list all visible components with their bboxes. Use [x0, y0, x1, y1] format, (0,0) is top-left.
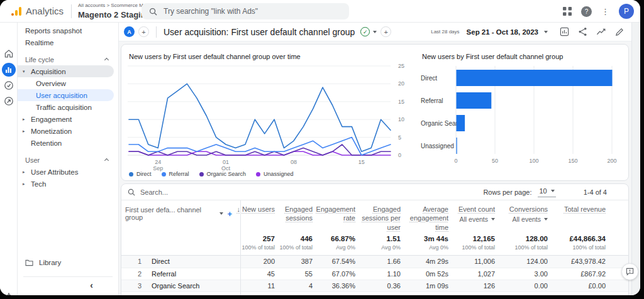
sort-column-conversions[interactable]: Conversions — [509, 205, 548, 214]
sort-column-engaged-sessions-per-user[interactable]: Engaged sessions per user — [355, 205, 401, 232]
svg-text:5: 5 — [398, 134, 401, 141]
sidebar-item-library[interactable]: Library — [18, 256, 118, 269]
chevron-collapsed-icon: ▸ — [23, 182, 31, 187]
totals-cell-engaged-sessions: 446100% of total — [275, 235, 313, 251]
rows-per-page-select[interactable]: 10 — [538, 187, 555, 197]
cell-event-count: 1,027 — [448, 270, 495, 278]
table-toolbar: Search... Rows per page: 10 1-4 of 4 — [121, 184, 628, 200]
reports-icon[interactable] — [2, 63, 16, 77]
sidebar-item-monetization[interactable]: ▸Monetization — [18, 125, 118, 137]
add-dimension-button[interactable]: + — [227, 209, 232, 219]
line-chart-title: New users by First user default channel … — [129, 53, 301, 60]
sidebar-item-acquisition[interactable]: ▾Acquisition — [18, 65, 114, 77]
sidebar-item-tech[interactable]: ▸Tech — [18, 178, 118, 190]
advertising-icon[interactable] — [4, 96, 14, 106]
cell-average-engagement-time: 0m 52s — [401, 270, 448, 278]
segment-chip-all-users[interactable]: A — [124, 26, 135, 37]
divider — [156, 26, 157, 38]
cell-total-revenue: £20.00 — [548, 294, 606, 295]
avatar[interactable]: P — [619, 4, 634, 19]
chevron-down-icon — [544, 218, 548, 220]
svg-text:15: 15 — [358, 159, 365, 165]
report-main: A + User acquisition: First user default… — [119, 23, 631, 295]
property-name: Magento 2 Staging — [78, 10, 151, 19]
svg-text:15: 15 — [398, 99, 404, 105]
metric-filter-event-count[interactable]: All events — [459, 215, 495, 223]
chevron-collapsed-icon: ▸ — [23, 117, 31, 122]
legend-dot-icon — [199, 172, 204, 177]
dimension-column-header[interactable]: First user defa... channel group+ — [125, 205, 240, 221]
line-chart: 051015202524Sep01Oct0815 — [126, 61, 411, 173]
insights-icon[interactable] — [596, 27, 606, 36]
sidebar-item-reports-snapshot[interactable]: Reports snapshot — [18, 24, 118, 36]
home-icon[interactable] — [4, 49, 13, 58]
explore-icon[interactable] — [4, 80, 14, 90]
svg-text:Unassigned: Unassigned — [421, 143, 454, 150]
totals-cell-new-users: 257100% of total — [240, 235, 275, 251]
legend-item-referral: Referral — [162, 171, 189, 177]
sidebar-section-life-cycle[interactable]: Life cycle — [18, 53, 118, 65]
analytics-logo-icon[interactable] — [11, 7, 21, 16]
column-header-average-engagement-time: Average engagement time — [401, 205, 448, 232]
cell-engaged-sessions: 387 — [275, 258, 313, 265]
chevron-down-icon[interactable] — [373, 31, 377, 33]
sidebar-item-engagement[interactable]: ▸Engagement — [18, 113, 118, 125]
chevron-expanded-icon: ▾ — [23, 69, 31, 74]
sidebar-item-traffic-acquisition[interactable]: Traffic acquisition — [18, 101, 118, 113]
column-divider — [240, 200, 241, 295]
sidebar-item-retention[interactable]: Retention — [18, 137, 118, 149]
sidebar-collapse-button[interactable]: ‹ — [18, 281, 118, 289]
cell-new-users: 11 — [240, 282, 275, 290]
bar-chart-title: New users by First user default channel … — [422, 53, 563, 60]
nav-icon-rail — [0, 23, 18, 295]
settings-gear-icon[interactable] — [4, 293, 13, 295]
cell-engaged-sessions-per-user: 1.66 — [355, 258, 401, 265]
legend-dot-icon — [162, 172, 166, 177]
share-icon[interactable] — [578, 27, 587, 36]
legend-item-direct: Direct — [129, 171, 152, 177]
chevron-down-icon — [551, 190, 555, 192]
legend-item-unassigned: Unassigned — [256, 171, 294, 177]
metric-filter-conversions[interactable]: All events — [512, 215, 548, 223]
cell-engagement-rate: 67.54% — [313, 258, 355, 265]
chevron-down-icon[interactable] — [544, 31, 548, 33]
cell-event-count: 11,006 — [448, 258, 495, 265]
sidebar-item-overview[interactable]: Overview — [18, 77, 118, 89]
sort-column-engaged-sessions[interactable]: Engaged sessions — [275, 205, 313, 223]
add-comparison-button[interactable]: + — [138, 26, 149, 37]
sort-column-event-count[interactable]: Event count — [458, 205, 495, 214]
scrollbar-rail[interactable] — [631, 23, 640, 295]
date-range-value[interactable]: Sep 21 - Oct 18, 2023 — [467, 28, 538, 36]
sidebar-section-user[interactable]: User — [18, 154, 118, 166]
sort-column-engagement-rate[interactable]: Engagement rate — [313, 205, 355, 223]
cell-average-engagement-time: 4m 29s — [401, 258, 448, 265]
legend-item-organic-search: Organic Search — [199, 171, 247, 177]
analytics-window: Analytics All accounts > Scommerce Mage … — [0, 0, 640, 295]
svg-text:200: 200 — [607, 158, 616, 164]
table-search-input[interactable]: Search... — [140, 188, 168, 196]
cell-engaged-sessions-per-user: 1.10 — [355, 270, 401, 278]
sidebar-item-user-attributes[interactable]: ▸User Attributes — [18, 166, 118, 178]
add-report-element-button[interactable]: + — [380, 26, 391, 37]
feedback-button[interactable] — [621, 263, 638, 280]
apps-grid-icon[interactable] — [563, 7, 572, 16]
chevron-collapsed-icon: ▸ — [23, 170, 31, 175]
cell-average-engagement-time: 1m 09s — [401, 282, 448, 290]
search-bar[interactable]: Try searching "link with Ads" — [142, 3, 349, 19]
kebab-menu-icon[interactable]: ⋮ — [601, 8, 609, 16]
sidebar-item-realtime[interactable]: Realtime — [18, 36, 118, 48]
svg-text:20: 20 — [398, 80, 404, 87]
help-icon[interactable]: ? — [581, 6, 592, 17]
customize-report-icon[interactable] — [560, 27, 569, 36]
sort-column-average-engagement-time[interactable]: Average engagement time — [401, 205, 448, 232]
table-totals-row: 257100% of total446100% of total66.87%Av… — [121, 232, 628, 256]
svg-text:Direct: Direct — [421, 75, 437, 82]
sort-column-new-users[interactable]: ↓ New users — [236, 205, 275, 214]
cell-engaged-sessions: 1 — [275, 294, 313, 295]
sidebar-item-user-acquisition[interactable]: User acquisition — [18, 89, 114, 101]
column-header-conversions: ConversionsAll events — [495, 205, 548, 223]
report-valid-check-icon[interactable]: ✓ — [360, 27, 370, 36]
sort-column-total-revenue[interactable]: Total revenue — [564, 205, 606, 214]
edit-pencil-icon[interactable] — [615, 28, 624, 36]
cell-conversions: 3.00 — [495, 270, 548, 278]
